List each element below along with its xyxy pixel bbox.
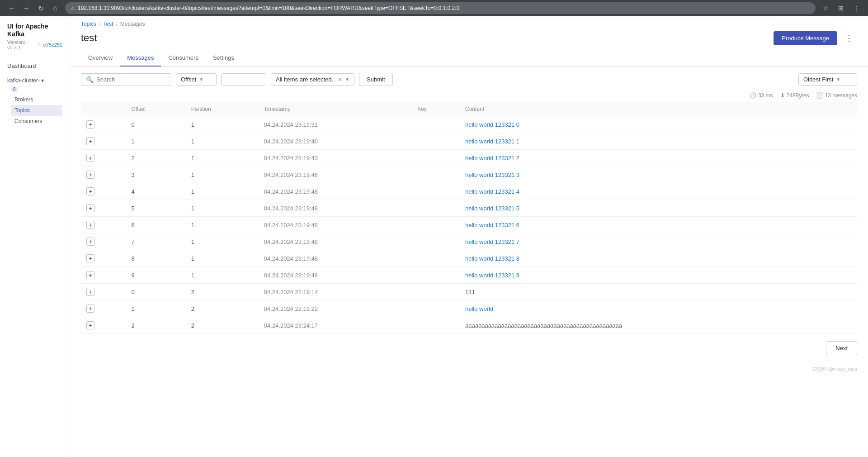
table-row: + 2 2 04.24.2024 23:24:17 aaaaaaaaaaaaaa… — [81, 317, 857, 334]
row-expand-2[interactable]: + — [81, 150, 126, 167]
row-key-12 — [412, 317, 460, 334]
row-timestamp-8: 04.24.2024 23:19:48 — [259, 250, 412, 267]
sidebar-nav: Dashboard kafka-cluster- ▾ 0 Brokers Top… — [0, 55, 70, 133]
row-expand-3[interactable]: + — [81, 167, 126, 183]
next-button[interactable]: Next — [826, 341, 857, 355]
row-expand-6[interactable]: + — [81, 217, 126, 233]
address-bar[interactable]: ⚠ 192.168.1.30:9093/ui/clusters/kafka-cl… — [65, 2, 816, 14]
row-key-7 — [412, 233, 460, 250]
row-timestamp-2: 04.24.2024 23:19:43 — [259, 150, 412, 167]
row-offset-6: 6 — [126, 217, 185, 233]
col-partition: Partition — [186, 102, 259, 116]
sidebar-item-brokers[interactable]: Brokers — [11, 94, 62, 105]
dashboard-label: Dashboard — [7, 62, 36, 69]
cluster-name[interactable]: kafka-cluster- ▾ — [7, 76, 62, 86]
partition-label: All items are selected. — [276, 76, 333, 83]
row-key-6 — [412, 217, 460, 233]
row-key-5 — [412, 200, 460, 217]
table-row: + 6 1 04.24.2024 23:19:48 hello world 12… — [81, 217, 857, 233]
expand-button-3[interactable]: + — [86, 171, 94, 179]
row-timestamp-4: 04.24.2024 23:19:48 — [259, 183, 412, 200]
row-expand-0[interactable]: + — [81, 116, 126, 133]
more-options-button[interactable]: ⋮ — [841, 31, 857, 45]
expand-button-6[interactable]: + — [86, 221, 94, 229]
row-timestamp-9: 04.24.2024 23:19:48 — [259, 267, 412, 284]
row-expand-11[interactable]: + — [81, 300, 126, 317]
offset-chevron-icon: ▼ — [199, 77, 203, 82]
sort-label: Oldest First — [803, 76, 833, 83]
sort-select[interactable]: Oldest First ▼ — [798, 73, 857, 86]
tab-settings[interactable]: Settings — [206, 50, 241, 67]
partition-select[interactable]: All items are selected. ✕ ▼ — [271, 73, 354, 86]
row-offset-7: 7 — [126, 233, 185, 250]
offset-value-input[interactable] — [221, 73, 266, 86]
expand-button-8[interactable]: + — [86, 254, 94, 262]
offset-select[interactable]: Offset ▼ — [176, 73, 217, 86]
row-key-0 — [412, 116, 460, 133]
star-button[interactable]: ☆ — [819, 2, 832, 14]
expand-button-1[interactable]: + — [86, 137, 94, 145]
row-offset-5: 5 — [126, 200, 185, 217]
row-expand-1[interactable]: + — [81, 133, 126, 150]
stats-bar: 🕐 33 ms ⬇ 248Bytes 📄 13 messages — [70, 92, 868, 102]
row-expand-7[interactable]: + — [81, 233, 126, 250]
row-expand-12[interactable]: + — [81, 317, 126, 334]
row-content-12: aaaaaaaaaaaaaaaaaaaaaaaaaaaaaaaaaaaaaaaa… — [460, 317, 857, 334]
back-button[interactable]: ← — [5, 2, 18, 14]
produce-message-button[interactable]: Produce Message — [774, 31, 837, 45]
expand-button-0[interactable]: + — [86, 120, 94, 129]
table-body: + 0 1 04.24.2024 23:19:31 hello world 12… — [81, 116, 857, 334]
expand-button-2[interactable]: + — [86, 154, 94, 162]
row-key-9 — [412, 267, 460, 284]
row-timestamp-0: 04.24.2024 23:19:31 — [259, 116, 412, 133]
expand-button-10[interactable]: + — [86, 288, 94, 296]
forward-button[interactable]: → — [20, 2, 33, 14]
breadcrumb: Topics / Test / Messages — [70, 16, 868, 27]
sidebar-item-consumers[interactable]: Consumers — [11, 116, 62, 127]
expand-button-7[interactable]: + — [86, 238, 94, 246]
search-box[interactable]: 🔍 — [81, 73, 171, 86]
row-expand-4[interactable]: + — [81, 183, 126, 200]
breadcrumb-topics[interactable]: Topics — [81, 21, 96, 27]
row-expand-5[interactable]: + — [81, 200, 126, 217]
tabs: Overview Messages Consumers Settings — [70, 48, 868, 67]
reload-button[interactable]: ↻ — [34, 2, 47, 14]
tab-overview[interactable]: Overview — [81, 50, 120, 67]
tab-messages[interactable]: Messages — [120, 50, 161, 67]
row-offset-0: 0 — [126, 116, 185, 133]
row-offset-8: 8 — [126, 250, 185, 267]
submit-button[interactable]: Submit — [359, 73, 392, 86]
table-row: + 3 1 04.24.2024 23:19:46 hello world 12… — [81, 167, 857, 183]
sidebar-item-dashboard[interactable]: Dashboard — [0, 59, 70, 73]
breadcrumb-test[interactable]: Test — [103, 21, 113, 27]
partition-chevron-icon: ▼ — [345, 77, 349, 82]
row-content-5: hello world 123321 5 — [460, 200, 857, 217]
extensions-button[interactable]: ⊞ — [835, 2, 847, 14]
row-timestamp-12: 04.24.2024 23:24:17 — [259, 317, 412, 334]
search-icon: 🔍 — [86, 76, 94, 83]
partition-clear-icon[interactable]: ✕ — [338, 76, 342, 83]
row-expand-10[interactable]: + — [81, 284, 126, 300]
home-button[interactable]: ⌂ — [49, 2, 61, 14]
col-content: Content — [460, 102, 857, 116]
row-offset-2: 2 — [126, 150, 185, 167]
app-container: UI for Apache Kafka Version: v0.3.1 ⚠ e7… — [0, 16, 868, 457]
menu-button[interactable]: ⋮ — [850, 2, 863, 14]
security-icon: ⚠ — [71, 5, 75, 11]
row-partition-2: 1 — [186, 150, 259, 167]
row-key-1 — [412, 133, 460, 150]
expand-button-9[interactable]: + — [86, 271, 94, 279]
expand-button-12[interactable]: + — [86, 321, 94, 329]
clock-icon: 🕐 — [750, 92, 756, 99]
row-expand-8[interactable]: + — [81, 250, 126, 267]
table-row: + 0 2 04.24.2024 22:19:14 111 — [81, 284, 857, 300]
version-link[interactable]: e75c251 — [43, 42, 62, 48]
warning-icon: ⚠ — [37, 42, 42, 48]
expand-button-5[interactable]: + — [86, 204, 94, 212]
row-expand-9[interactable]: + — [81, 267, 126, 284]
sidebar-item-topics[interactable]: Topics — [11, 105, 62, 116]
expand-button-11[interactable]: + — [86, 305, 94, 313]
search-input[interactable] — [96, 76, 166, 83]
tab-consumers[interactable]: Consumers — [161, 50, 205, 67]
expand-button-4[interactable]: + — [86, 187, 94, 195]
